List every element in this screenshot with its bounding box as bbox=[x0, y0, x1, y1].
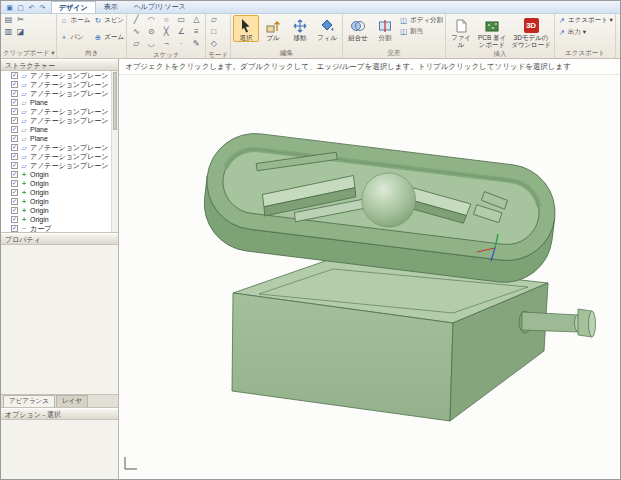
sketch-tool-icon[interactable]: ⊙ bbox=[144, 27, 158, 36]
model-canvas[interactable] bbox=[119, 75, 620, 479]
visibility-checkbox[interactable]: ✓ bbox=[11, 72, 18, 79]
pull-tool-button[interactable]: プル bbox=[260, 15, 286, 42]
orient-button[interactable]: ↻ スピン bbox=[93, 15, 124, 26]
export-button[interactable]: ↗ 出力 ▾ bbox=[557, 27, 586, 38]
clipboard-group-label[interactable]: クリップボード ▾ bbox=[3, 48, 54, 58]
insert-pcb-button[interactable]: PCB 基インボード bbox=[475, 15, 509, 49]
panel-tab-label: アピアランス bbox=[9, 397, 49, 404]
visibility-checkbox[interactable]: ✓ bbox=[11, 99, 18, 106]
visibility-checkbox[interactable]: ✓ bbox=[11, 117, 18, 124]
split-button[interactable]: 分割 bbox=[372, 15, 398, 42]
orient-button[interactable]: + パン bbox=[59, 32, 90, 43]
visibility-checkbox[interactable]: ✓ bbox=[11, 144, 18, 151]
orient-button[interactable]: ⌂ ホーム bbox=[59, 15, 90, 26]
mode-tool-icon[interactable]: ◇ bbox=[208, 39, 219, 48]
quick-access-icon[interactable]: ↶ bbox=[27, 3, 36, 12]
tree-item[interactable]: ✓ ▱ アノテーションプレーン bbox=[1, 116, 118, 125]
tree-item-label: Origin bbox=[30, 189, 49, 196]
select-tool-button[interactable]: 選択 bbox=[233, 15, 259, 42]
sketch-tool-icon[interactable]: ∠ bbox=[174, 27, 188, 36]
visibility-checkbox[interactable]: ✓ bbox=[11, 153, 18, 160]
tree-scrollbar-thumb[interactable] bbox=[113, 72, 117, 130]
measure-group-label: 調査 bbox=[618, 48, 620, 58]
quick-access-icon[interactable]: ▢ bbox=[16, 3, 25, 12]
intersect-small-button[interactable]: ◫ ボディ分割 bbox=[399, 15, 443, 26]
viewport[interactable]: オブジェクトをクリックします。ダブルクリックして、エッジ/ループを選択します。ト… bbox=[119, 59, 620, 479]
move-tool-button[interactable]: 移動 bbox=[287, 15, 313, 42]
tree-item[interactable]: ✓ ▱ アノテーションプレーン bbox=[1, 161, 118, 170]
pcb-icon bbox=[484, 17, 501, 34]
clipboard-tool-icon[interactable]: ◪ bbox=[15, 27, 26, 36]
mode-tool-icon[interactable]: □ bbox=[208, 27, 219, 36]
tree-item-icon: ▱ bbox=[20, 117, 28, 124]
panel-tab[interactable]: レイヤ bbox=[56, 395, 88, 407]
orient-button[interactable]: ⊕ ズーム bbox=[93, 32, 124, 43]
visibility-checkbox[interactable]: ✓ bbox=[11, 81, 18, 88]
clipboard-tool-icon[interactable]: ▥ bbox=[3, 27, 14, 36]
visibility-checkbox[interactable]: ✓ bbox=[11, 225, 18, 232]
sidebar: ストラクチャー ✓ ▱ アノテーションプレーン ✓ ▱ アノテーションプレー bbox=[1, 59, 119, 479]
menu-tab[interactable]: 表示 bbox=[96, 1, 126, 13]
quick-access-icon[interactable]: ↷ bbox=[38, 3, 47, 12]
clipboard-tool-icon[interactable]: ▤ bbox=[3, 15, 14, 24]
visibility-checkbox[interactable]: ✓ bbox=[11, 216, 18, 223]
sketch-tool-icon[interactable]: ¬ bbox=[159, 39, 173, 48]
quick-access-icon[interactable]: ▣ bbox=[5, 3, 14, 12]
tree-scrollbar[interactable] bbox=[111, 71, 118, 232]
3d-scene[interactable] bbox=[119, 75, 621, 480]
orient-icon: + bbox=[59, 33, 68, 42]
sketch-tool-icon[interactable]: ○ bbox=[159, 15, 173, 24]
sketch-tool-icon[interactable]: ≡ bbox=[189, 27, 203, 36]
properties-panel-header: プロパティ bbox=[1, 233, 118, 245]
panel-tab[interactable]: アピアランス bbox=[3, 395, 55, 407]
tree-item-label: Origin bbox=[30, 216, 49, 223]
tree-item[interactable]: ✓ + Origin bbox=[1, 206, 118, 215]
export-button[interactable]: ↗ エクスポート ▾ bbox=[557, 15, 613, 26]
tree-item[interactable]: ✓ + Origin bbox=[1, 179, 118, 188]
sketch-tool-icon[interactable]: · bbox=[174, 39, 188, 48]
export-group-label: エクスポート bbox=[557, 48, 613, 58]
visibility-checkbox[interactable]: ✓ bbox=[11, 189, 18, 196]
insert-file-button[interactable]: ファイル bbox=[448, 15, 474, 49]
tree-item[interactable]: ✓ ~ カーブ bbox=[1, 224, 118, 233]
sketch-tool-icon[interactable]: ▭ bbox=[174, 15, 188, 24]
sketch-tool-icon[interactable]: ✎ bbox=[189, 39, 203, 48]
clipboard-tool-icon[interactable]: ✂ bbox=[15, 15, 26, 24]
ribbon-group-insert: ファイル PCB 基インボード 3D 3Dモデルのダウンロード 挿入 bbox=[446, 14, 555, 58]
model-base-box[interactable] bbox=[232, 259, 548, 421]
tree-item[interactable]: ✓ ▱ アノテーションプレーン bbox=[1, 89, 118, 98]
measure-tool-icon[interactable]: ▭ bbox=[618, 28, 620, 37]
tree-item[interactable]: ✓ + Origin bbox=[1, 215, 118, 224]
sketch-tool-icon[interactable]: ∿ bbox=[129, 27, 143, 36]
visibility-checkbox[interactable]: ✓ bbox=[11, 171, 18, 178]
combine-button[interactable]: 組合せ bbox=[345, 15, 371, 42]
sketch-tool-icon[interactable]: ◠ bbox=[144, 15, 158, 24]
sketch-tool-icon[interactable]: ◡ bbox=[144, 39, 158, 48]
sketch-tool-icon[interactable]: ╳ bbox=[159, 27, 173, 36]
visibility-checkbox[interactable]: ✓ bbox=[11, 180, 18, 187]
visibility-checkbox[interactable]: ✓ bbox=[11, 108, 18, 115]
fill-tool-button[interactable]: フィル bbox=[314, 15, 340, 42]
tree-item[interactable]: ✓ + Origin bbox=[1, 170, 118, 179]
sketch-tool-icon[interactable]: ▱ bbox=[129, 39, 143, 48]
intersect-small-button[interactable]: ◫ 割当 bbox=[399, 26, 443, 37]
visibility-checkbox[interactable]: ✓ bbox=[11, 126, 18, 133]
download-3d-button[interactable]: 3D 3Dモデルのダウンロード bbox=[510, 15, 552, 49]
tree-item[interactable]: ✓ + Origin bbox=[1, 188, 118, 197]
model-tray[interactable] bbox=[199, 128, 561, 288]
tree-item[interactable]: ✓ ▱ Plane bbox=[1, 125, 118, 134]
visibility-checkbox[interactable]: ✓ bbox=[11, 207, 18, 214]
sketch-tool-icon[interactable]: △ bbox=[189, 15, 203, 24]
mode-tool-icon[interactable]: ▱ bbox=[208, 15, 219, 24]
tree-item[interactable]: ✓ + Origin bbox=[1, 197, 118, 206]
orient-label: ホーム bbox=[70, 16, 90, 25]
visibility-checkbox[interactable]: ✓ bbox=[11, 162, 18, 169]
visibility-checkbox[interactable]: ✓ bbox=[11, 198, 18, 205]
visibility-checkbox[interactable]: ✓ bbox=[11, 135, 18, 142]
measure-tool-icon[interactable]: ∠ bbox=[618, 15, 620, 24]
intersect-small-label: ボディ分割 bbox=[410, 16, 443, 25]
menu-tab[interactable]: ヘルプ/リソース bbox=[126, 1, 194, 13]
visibility-checkbox[interactable]: ✓ bbox=[11, 90, 18, 97]
menu-tab[interactable]: デザイン bbox=[51, 1, 96, 13]
sketch-tool-icon[interactable]: ╱ bbox=[129, 15, 143, 24]
